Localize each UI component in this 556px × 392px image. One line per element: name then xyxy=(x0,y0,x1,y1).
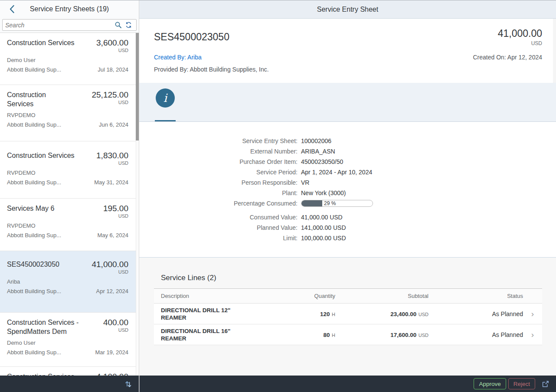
object-header: SES4500023050 41,000.00 USD Created By: … xyxy=(139,19,556,83)
item-date: May 6, 2024 xyxy=(97,232,128,239)
list-item[interactable]: Construction Services 25,125.00 USD RVPD… xyxy=(0,85,139,141)
column-header-status: Status xyxy=(428,293,523,299)
field-label: Person Responsible: xyxy=(139,177,298,188)
icon-tab-bar: i xyxy=(139,83,556,122)
search-input[interactable] xyxy=(5,22,113,29)
field-label: Service Period: xyxy=(139,167,298,177)
list-item-selected[interactable]: SES4500023050 41,000.00 USD Ariba Abbott… xyxy=(0,251,139,313)
list-scrollbar[interactable] xyxy=(136,33,139,376)
item-amount: 400.00 xyxy=(103,318,128,327)
item-creator: Demo User xyxy=(7,339,128,346)
field-label: Percentage Consumed: xyxy=(139,198,298,209)
field-value: ARIBA_ASN xyxy=(301,146,556,157)
table-header-row: Description Quantity Subtotal Status xyxy=(154,289,542,304)
created-by-link[interactable]: Created By: Ariba xyxy=(154,54,202,61)
item-creator: RVPDEMO xyxy=(7,111,128,119)
item-date: Mar 19, 2024 xyxy=(95,349,128,356)
item-supplier: Abbott Building Sup... xyxy=(7,287,61,295)
field-label: Purchase Order Item: xyxy=(139,157,298,167)
column-header-quantity: Quantity xyxy=(284,293,335,299)
reject-button[interactable]: Reject xyxy=(508,378,535,389)
table-row[interactable]: DIRECTIONAL DRILL 16" REAMER 80 H 17,600… xyxy=(154,324,542,345)
item-date: Jul 18, 2024 xyxy=(98,66,128,73)
item-title: Services May 6 xyxy=(7,204,54,219)
field-value: VR xyxy=(301,177,556,188)
back-button[interactable] xyxy=(4,0,19,18)
item-creator: RVPDEMO xyxy=(7,222,128,229)
line-description: DIRECTIONAL DRILL 16" REAMER xyxy=(161,327,235,342)
line-subtotal: 23,400.00 xyxy=(390,311,416,317)
sort-icon xyxy=(124,379,133,388)
approve-button[interactable]: Approve xyxy=(474,378,506,389)
detail-footer: Approve Reject xyxy=(139,376,556,392)
detail-body: SES4500023050 41,000.00 USD Created By: … xyxy=(139,19,556,376)
sort-button[interactable] xyxy=(121,377,135,390)
open-external-icon xyxy=(541,380,549,388)
item-title: Construction Services xyxy=(7,90,72,108)
field-value: 141,000.00 USD xyxy=(301,222,556,233)
field-label: Planned Value: xyxy=(139,222,298,233)
item-amount: 4,100.00 xyxy=(96,372,128,376)
line-unit: H xyxy=(332,333,335,338)
field-value: 4500023050/50 xyxy=(301,157,556,167)
item-date: Jun 6, 2024 xyxy=(99,121,128,128)
item-title: Construction Services xyxy=(7,38,75,53)
detail-title-bar: Service Entry Sheet xyxy=(139,0,556,19)
field-value: New York (3000) xyxy=(301,188,556,198)
item-creator: Demo User xyxy=(7,56,128,64)
item-creator: Ariba xyxy=(7,278,128,285)
item-supplier: Abbott Building Sup... xyxy=(7,179,61,186)
line-quantity: 80 xyxy=(324,332,330,338)
field-label: External Number: xyxy=(139,146,298,157)
created-on: Created On: Apr 12, 2024 xyxy=(473,54,542,61)
field-value: 100002006 xyxy=(301,136,556,146)
table-row[interactable]: DIRECTIONAL DRILL 12" REAMER 120 H 23,40… xyxy=(154,304,542,324)
list-item[interactable]: Construction Services 1,830.00 USD RVPDE… xyxy=(0,141,139,199)
line-subtotal: 17,600.00 xyxy=(390,332,416,338)
search-icon[interactable] xyxy=(113,20,123,30)
field-value: 41,000.00 USD xyxy=(301,212,556,222)
item-supplier: Abbott Building Sup... xyxy=(7,349,61,356)
list-item[interactable]: Construction Services - SpendMatters Dem… xyxy=(0,313,139,367)
item-title: Construction Services xyxy=(7,151,75,166)
item-currency: USD xyxy=(96,160,128,166)
item-currency: USD xyxy=(92,100,128,105)
total-amount: 41,000.00 xyxy=(498,27,542,39)
item-amount: 25,125.00 xyxy=(92,90,128,100)
list-scrollbar-thumb[interactable] xyxy=(136,33,139,140)
list-item-clipped[interactable]: Construction Services 4,100.00 xyxy=(0,367,139,376)
list-item[interactable]: Construction Services 3,600.00 USD Demo … xyxy=(0,33,139,85)
column-header-subtotal: Subtotal xyxy=(335,293,428,299)
detail-panel: Service Entry Sheet SES4500023050 41,000… xyxy=(139,0,556,392)
line-status: As Planned xyxy=(492,310,523,317)
line-unit: H xyxy=(332,312,335,317)
item-amount: 195.00 xyxy=(103,204,128,213)
item-title: Construction Services - SpendMatters Dem xyxy=(7,318,87,336)
info-icon: i xyxy=(156,88,175,108)
chevron-right-icon: › xyxy=(531,309,534,318)
info-section: Service Entry Sheet: 100002006 External … xyxy=(139,122,556,258)
chevron-left-icon xyxy=(9,5,15,13)
line-currency: USD xyxy=(419,312,428,317)
item-currency: USD xyxy=(103,213,128,219)
master-list-header: Service Entry Sheets (19) xyxy=(0,0,139,18)
master-list-footer xyxy=(0,376,139,392)
item-currency: USD xyxy=(92,269,128,275)
share-button[interactable] xyxy=(539,377,552,390)
progress-text: 29 % xyxy=(301,200,373,206)
item-title: SES4500023050 xyxy=(7,260,59,275)
item-date: Apr 12, 2024 xyxy=(96,287,128,295)
field-label: Consumed Value: xyxy=(139,212,298,222)
master-list-panel: Service Entry Sheets (19) xyxy=(0,0,139,392)
tab-info[interactable]: i xyxy=(155,88,175,108)
item-date: May 31, 2024 xyxy=(94,179,128,186)
item-currency: USD xyxy=(96,48,128,53)
line-quantity: 120 xyxy=(320,311,330,317)
list-item[interactable]: Services May 6 195.00 USD RVPDEMO Abbott… xyxy=(0,199,139,251)
percentage-consumed-bar: 29 % xyxy=(301,200,373,207)
service-entry-sheet-app: Service Entry Sheets (19) xyxy=(0,0,556,392)
service-entry-sheet-list: Construction Services 3,600.00 USD Demo … xyxy=(0,33,139,376)
detail-scrollbar[interactable] xyxy=(553,19,556,83)
refresh-icon[interactable] xyxy=(123,20,134,30)
total-currency: USD xyxy=(498,40,542,47)
